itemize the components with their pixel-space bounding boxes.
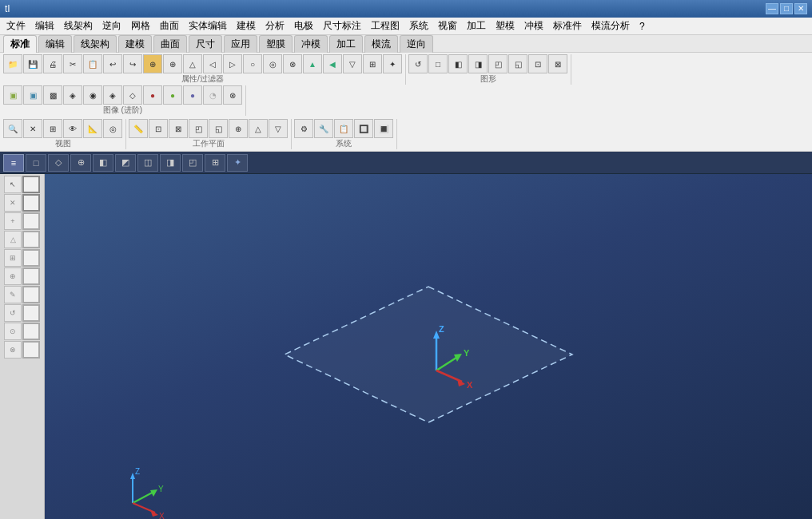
lt-btn-add[interactable]: + <box>4 212 22 230</box>
tb-btn-20[interactable]: ✦ <box>383 54 402 73</box>
tb-img-2[interactable]: ▣ <box>23 85 42 105</box>
tab-standard[interactable]: 标准 <box>3 35 37 53</box>
tb-btn-17[interactable]: ◀ <box>323 54 342 73</box>
menu-file[interactable]: 文件 <box>2 18 30 34</box>
tb-img-3[interactable]: ▩ <box>43 85 62 105</box>
tb-btn-19[interactable]: ⊞ <box>363 54 382 73</box>
lt-btn-r3[interactable] <box>22 212 40 230</box>
tb-btn-2[interactable]: 💾 <box>23 54 42 73</box>
view-tab-cross[interactable]: ⊕ <box>70 154 91 172</box>
tab-moldflow[interactable]: 模流 <box>364 35 398 53</box>
tb-sys-5[interactable]: 🔳 <box>374 119 393 138</box>
viewport[interactable]: Z Y X Z Y X <box>45 174 812 519</box>
tb-btn-18[interactable]: ▽ <box>343 54 362 73</box>
tb-gfx-8[interactable]: ⊠ <box>548 54 567 73</box>
menu-electrode[interactable]: 电极 <box>289 18 318 34</box>
lt-btn-r10[interactable] <box>22 341 40 359</box>
view-tab-diamond[interactable]: ◇ <box>48 154 69 172</box>
tb-img-6[interactable]: ◈ <box>103 85 122 105</box>
tb-gfx-5[interactable]: ◰ <box>488 54 508 73</box>
tb-sys-3[interactable]: 📋 <box>334 119 353 138</box>
lt-btn-circle[interactable]: ⊕ <box>4 267 22 285</box>
tb-view-4[interactable]: 👁 <box>63 119 82 138</box>
tab-machining[interactable]: 加工 <box>329 35 363 53</box>
tb-gfx-2[interactable]: □ <box>428 54 448 73</box>
tb-btn-16[interactable]: ▲ <box>303 54 322 73</box>
lt-btn-r6[interactable] <box>22 267 40 285</box>
view-tab-list[interactable]: ≡ <box>3 154 24 172</box>
view-tab-splitr[interactable]: ◨ <box>160 154 181 172</box>
view-tab-star[interactable]: ✦ <box>227 154 248 172</box>
tb-img-5[interactable]: ◉ <box>83 85 102 105</box>
lt-btn-select[interactable]: ↖ <box>4 176 22 193</box>
tb-gfx-7[interactable]: ⊡ <box>528 54 547 73</box>
lt-btn-sun[interactable]: ⊙ <box>4 323 22 340</box>
menu-die[interactable]: 冲模 <box>519 18 548 34</box>
view-tab-quad[interactable]: ◰ <box>182 154 203 172</box>
lt-btn-r2[interactable] <box>22 194 40 212</box>
tb-view-3[interactable]: ⊞ <box>43 119 62 138</box>
tab-wireframe[interactable]: 线架构 <box>74 35 117 53</box>
tab-surface[interactable]: 曲面 <box>153 35 187 53</box>
menu-drawing[interactable]: 工程图 <box>366 18 404 34</box>
menu-help[interactable]: ? <box>635 19 650 34</box>
tb-btn-12[interactable]: ▷ <box>223 54 242 73</box>
tb-img-11[interactable]: ◔ <box>203 85 222 105</box>
tb-img-4[interactable]: ◈ <box>63 85 82 105</box>
menu-reverse[interactable]: 逆向 <box>98 18 126 34</box>
tb-gfx-4[interactable]: ◨ <box>468 54 488 73</box>
lt-btn-rotate[interactable]: ↺ <box>4 304 22 322</box>
tb-btn-14[interactable]: ◎ <box>263 54 282 73</box>
tb-view-6[interactable]: ◎ <box>103 119 122 138</box>
tb-img-12[interactable]: ⊗ <box>223 85 242 105</box>
close-button[interactable]: ✕ <box>794 3 807 14</box>
tb-gfx-3[interactable]: ◧ <box>448 54 468 73</box>
tb-img-1[interactable]: ▣ <box>3 85 22 105</box>
lt-btn-pencil[interactable]: ✎ <box>4 286 22 303</box>
tab-apply[interactable]: 应用 <box>224 35 257 53</box>
tb-btn-8[interactable]: ⊕ <box>143 54 162 73</box>
menu-analysis[interactable]: 分析 <box>261 18 289 34</box>
view-tab-single[interactable]: □ <box>26 154 46 172</box>
tb-wp-2[interactable]: ⊡ <box>149 119 168 138</box>
menu-model[interactable]: 建模 <box>232 18 261 34</box>
menu-flow[interactable]: 模流分析 <box>587 18 635 34</box>
lt-btn-r9[interactable] <box>22 323 40 340</box>
tb-btn-3[interactable]: 🖨 <box>43 54 62 73</box>
tb-btn-5[interactable]: 📋 <box>83 54 102 73</box>
lt-btn-r1[interactable] <box>22 176 40 193</box>
menu-edit[interactable]: 编辑 <box>30 18 59 34</box>
view-tab-right[interactable]: ◩ <box>115 154 136 172</box>
tb-wp-1[interactable]: 📏 <box>129 119 148 138</box>
minimize-button[interactable]: — <box>766 3 778 14</box>
tb-wp-4[interactable]: ◰ <box>189 119 208 138</box>
tab-plastic[interactable]: 塑膜 <box>259 35 293 53</box>
tab-dimension[interactable]: 尺寸 <box>189 35 222 53</box>
menu-standard[interactable]: 标准件 <box>548 18 587 34</box>
view-tab-left[interactable]: ◧ <box>93 154 113 172</box>
lt-btn-cancel[interactable]: ⊗ <box>4 341 22 359</box>
tb-btn-15[interactable]: ⊗ <box>283 54 302 73</box>
lt-btn-r5[interactable] <box>22 249 40 267</box>
tb-sys-4[interactable]: 🔲 <box>354 119 373 138</box>
tb-btn-13[interactable]: ○ <box>243 54 262 73</box>
lt-btn-tri[interactable]: △ <box>4 231 22 248</box>
menu-dimension[interactable]: 尺寸标注 <box>318 18 366 34</box>
menu-solid-edit[interactable]: 实体编辑 <box>184 18 232 34</box>
tab-model[interactable]: 建模 <box>118 35 152 53</box>
menu-mesh[interactable]: 网格 <box>126 18 155 34</box>
tb-btn-6[interactable]: ↩ <box>103 54 122 73</box>
menu-surface[interactable]: 曲面 <box>155 18 184 34</box>
tb-sys-2[interactable]: 🔧 <box>314 119 333 138</box>
tb-view-5[interactable]: 📐 <box>83 119 102 138</box>
tb-btn-9[interactable]: ⊕ <box>163 54 182 73</box>
tb-btn-7[interactable]: ↪ <box>123 54 142 73</box>
tb-wp-5[interactable]: ◱ <box>209 119 228 138</box>
lt-btn-r8[interactable] <box>22 304 40 322</box>
tb-gfx-6[interactable]: ◱ <box>508 54 527 73</box>
tb-btn-10[interactable]: △ <box>183 54 202 73</box>
tb-view-1[interactable]: 🔍 <box>3 119 22 138</box>
tab-reverse[interactable]: 逆向 <box>400 35 433 53</box>
tb-img-9[interactable]: ● <box>163 85 182 105</box>
tb-img-10[interactable]: ● <box>183 85 202 105</box>
